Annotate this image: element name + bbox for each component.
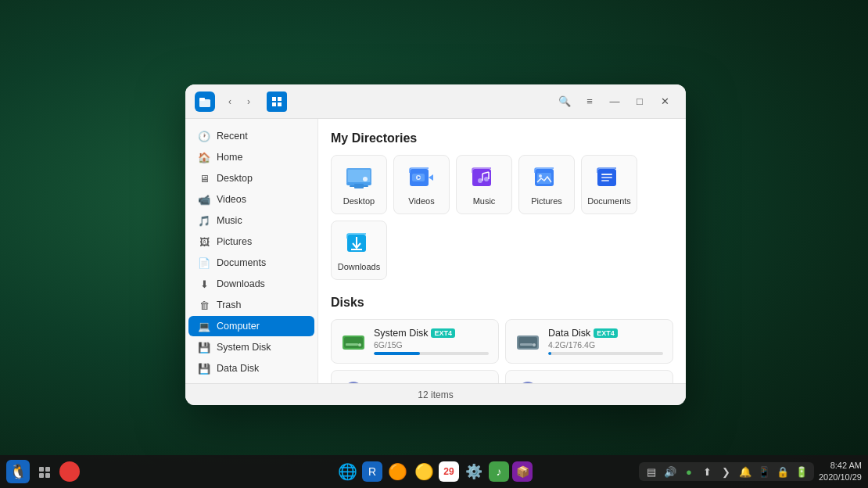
close-button[interactable]: ✕ [653,93,676,110]
system-disk-name: System Disk [374,328,428,339]
sidebar-item-downloads[interactable]: ⬇ Downloads [188,274,314,294]
maximize-button[interactable]: □ [628,93,651,110]
tray-battery[interactable]: 🔋 [794,464,809,479]
data-disk-bar-bg [548,352,663,355]
grid-view-button[interactable] [267,92,287,112]
taskbar-app5[interactable]: ♪ [489,461,509,482]
sidebar-item-videos[interactable]: 📹 Videos [188,189,314,210]
tray-volume[interactable]: 🔊 [662,464,678,479]
dir-label-downloads: Downloads [338,262,380,271]
svg-rect-8 [272,102,276,106]
sidebar-item-data-disk[interactable]: 💾 Data Disk [188,358,314,379]
sidebar-label-desktop: Desktop [217,173,253,184]
taskbar-chrome[interactable]: 🌐 [335,460,359,483]
taskbar-app4[interactable]: 🟡 [412,460,436,483]
dir-item-music[interactable]: Music [456,155,512,214]
disk-item-0b[interactable]: 0 B Volume [331,370,499,383]
data-disk-icon: 💾 [198,362,210,375]
svg-rect-9 [278,102,282,106]
content-area: My Directories Desktop Videos [318,119,686,383]
dir-item-videos[interactable]: Videos [393,155,450,214]
dir-item-desktop[interactable]: Desktop [331,155,387,214]
tray-notifications[interactable]: 🔔 [737,464,753,479]
file-manager-window: ‹ › 🔍 ≡ — □ ✕ 🕐 Recent 🏠 Home [185,84,686,405]
titlebar: ‹ › 🔍 ≡ — □ ✕ [185,84,686,119]
sidebar-item-home[interactable]: 🏠 Home [188,147,314,167]
dir-icon-downloads [345,229,373,257]
dir-label-pictures: Pictures [531,196,562,206]
sidebar-item-desktop[interactable]: 🖥 Desktop [188,168,314,188]
svg-point-21 [484,177,489,181]
svg-rect-2 [39,473,44,478]
desktop-icon: 🖥 [198,172,210,185]
tray-expand[interactable]: ❯ [719,464,734,479]
dir-icon-pictures [533,163,561,192]
trash-icon: 🗑 [198,299,210,311]
sidebar-item-documents[interactable]: 📄 Documents [188,253,314,273]
taskbar-app-penguin[interactable]: 🐧 [6,460,30,483]
dir-icon-music [470,163,498,192]
taskbar: 🐧 🌐 R 🟠 🟡 29 ⚙️ ♪ 📦 ▤ 🔊 ● ⬆ ❯ 🔔 📱 🔒 🔋 8:… [0,455,868,488]
sidebar-item-trash[interactable]: 🗑 Trash [188,295,314,315]
clock-date: 2020/10/29 [819,472,862,483]
directories-title: My Directories [331,131,673,145]
dir-label-videos: Videos [408,196,434,206]
back-button[interactable]: ‹ [221,93,239,110]
taskbar-app2[interactable]: R [362,461,382,482]
disk-item-wininstfat[interactable]: WININSTFAT [505,370,673,383]
system-disk-info: System Disk EXT4 6G/15G [374,328,489,355]
music-icon: 🎵 [198,214,210,227]
dir-label-music: Music [473,196,496,206]
svg-rect-0 [39,467,44,472]
tray-upload[interactable]: ⬆ [700,464,716,479]
taskbar-calendar[interactable]: 29 [439,461,459,482]
search-button[interactable]: 🔍 [553,93,576,110]
menu-button[interactable]: ≡ [578,93,601,110]
svg-rect-6 [272,97,276,101]
sidebar-item-system-disk[interactable]: 💾 System Disk [188,337,314,357]
sidebar-item-computer[interactable]: 💻 Computer [188,316,314,336]
sidebar-item-pictures[interactable]: 🖼 Pictures [188,231,314,252]
svg-rect-1 [45,467,50,472]
svg-rect-5 [199,98,205,101]
disk-item-data[interactable]: Data Disk EXT4 4.2G/176.4G [505,319,673,364]
sidebar-item-music[interactable]: 🎵 Music [188,210,314,231]
svg-marker-16 [429,174,433,181]
data-disk-name: Data Disk [548,328,590,339]
disk-item-system[interactable]: System Disk EXT4 6G/15G [331,319,499,364]
taskbar-app-menu[interactable] [33,460,56,483]
tray-keyboard[interactable]: ▤ [644,464,659,479]
sidebar-item-recent[interactable]: 🕐 Recent [188,126,314,146]
tray-phone[interactable]: 📱 [756,464,772,479]
dir-item-downloads[interactable]: Downloads [331,221,387,280]
disks-grid: System Disk EXT4 6G/15G [331,319,673,383]
tray-network[interactable]: ● [681,464,697,479]
taskbar-app3[interactable]: 🟠 [386,460,409,483]
window-controls: 🔍 ≡ — □ ✕ [553,93,676,110]
sidebar-label-documents: Documents [217,257,266,268]
taskbar-left: 🐧 [6,460,80,483]
sidebar-label-downloads: Downloads [217,278,265,289]
tray-lock[interactable]: 🔒 [775,464,791,479]
taskbar-app-red[interactable] [59,461,80,482]
videos-icon: 📹 [198,193,210,206]
status-bar: 12 items [185,383,686,405]
downloads-icon: ⬇ [198,278,210,290]
dir-label-documents: Documents [587,196,631,206]
dir-item-documents[interactable]: Documents [581,155,637,214]
sidebar-label-recent: Recent [217,131,248,142]
svg-rect-14 [350,185,368,187]
forward-button[interactable]: › [240,93,257,110]
taskbar-app6[interactable]: 📦 [512,461,533,482]
main-area: 🕐 Recent 🏠 Home 🖥 Desktop 📹 Videos 🎵 Mus… [185,119,686,383]
taskbar-tray: ▤ 🔊 ● ⬆ ❯ 🔔 📱 🔒 🔋 [639,462,814,481]
dir-icon-desktop [345,163,373,192]
disks-title: Disks [331,296,673,310]
sidebar-label-music: Music [217,215,242,226]
recent-icon: 🕐 [198,130,210,142]
minimize-button[interactable]: — [603,93,626,110]
clock-time: 8:42 AM [819,460,862,472]
dir-item-pictures[interactable]: Pictures [518,155,575,214]
taskbar-settings[interactable]: ⚙️ [462,460,486,483]
directories-grid: Desktop Videos Music [331,155,673,280]
